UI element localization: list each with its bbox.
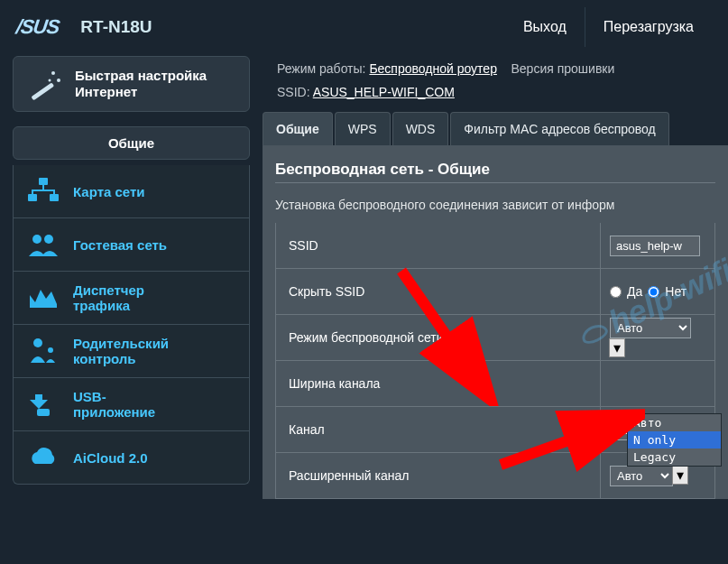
sidebar-item-label: Гостевая сеть xyxy=(73,237,167,253)
meta-row-ssid: SSID: ASUS_HELP-WIFI_COM xyxy=(263,79,728,103)
wireless-mode-select[interactable]: Авто xyxy=(610,318,691,338)
ssid-link[interactable]: ASUS_HELP-WIFI_COM xyxy=(313,85,455,99)
brand-logo: /SUS xyxy=(14,15,60,39)
dropdown-arrow-icon[interactable]: ▾ xyxy=(609,338,625,357)
quick-setup-button[interactable]: Быстрая настройка Интернет xyxy=(13,56,250,112)
logout-button[interactable]: Выход xyxy=(505,7,585,47)
tab-wds[interactable]: WDS xyxy=(392,112,449,145)
network-map-icon xyxy=(26,176,60,207)
sidebar-item-label: Родительский контроль xyxy=(73,336,169,366)
quick-setup-label: Быстрая настройка Интернет xyxy=(75,68,207,100)
svg-point-8 xyxy=(44,235,53,244)
tab-general[interactable]: Общие xyxy=(263,112,333,145)
annotation-arrow-2 xyxy=(492,397,645,478)
sidebar-item-traffic-manager[interactable]: Диспетчер трафика xyxy=(13,272,250,325)
sidebar-item-network-map[interactable]: Карта сети xyxy=(13,165,250,218)
svg-rect-0 xyxy=(31,82,54,100)
sidebar-item-guest-network[interactable]: Гостевая сеть xyxy=(13,218,250,272)
svg-point-7 xyxy=(32,235,41,244)
hide-ssid-no-label: Нет xyxy=(665,284,687,299)
hide-ssid-no-radio[interactable] xyxy=(648,286,659,298)
sidebar-item-label: Карта сети xyxy=(73,184,145,199)
svg-rect-6 xyxy=(50,194,59,201)
sidebar-item-label: AiCloud 2.0 xyxy=(73,450,148,466)
sidebar-item-usb-app[interactable]: USB- приложение xyxy=(13,378,250,431)
sidebar-item-label: Диспетчер трафика xyxy=(73,282,144,313)
traffic-icon xyxy=(26,282,60,313)
svg-point-2 xyxy=(57,79,60,82)
sidebar: Быстрая настройка Интернет Общие Карта с… xyxy=(13,56,250,499)
panel-desc: Установка беспроводного соединения завис… xyxy=(275,198,715,212)
cloud-icon xyxy=(26,442,60,473)
model-name: RT-N18U xyxy=(80,17,505,37)
hide-ssid-yes-radio[interactable] xyxy=(610,286,622,298)
sidebar-section-general: Общие xyxy=(13,126,250,160)
ssid-input[interactable] xyxy=(610,236,700,256)
sidebar-item-aicloud[interactable]: AiCloud 2.0 xyxy=(13,431,250,485)
sidebar-item-label: USB- приложение xyxy=(73,389,155,420)
tab-mac-filter[interactable]: Фильтр MAC адресов беспровод xyxy=(450,112,668,145)
hide-ssid-yes-label: Да xyxy=(627,284,642,299)
dropdown-arrow-icon[interactable]: ▾ xyxy=(672,466,688,485)
wand-icon xyxy=(26,68,64,100)
svg-rect-11 xyxy=(37,409,50,416)
mode-link[interactable]: Беспроводной роутер xyxy=(369,61,497,76)
svg-rect-5 xyxy=(28,194,37,201)
panel-title: Беспроводная сеть - Общие xyxy=(275,161,715,179)
annotation-arrow-1 xyxy=(392,262,510,406)
tab-wps[interactable]: WPS xyxy=(335,112,391,145)
svg-point-1 xyxy=(51,71,55,75)
tab-bar: Общие WPS WDS Фильтр MAC адресов беспров… xyxy=(263,112,728,146)
usb-icon xyxy=(26,389,60,420)
svg-point-3 xyxy=(49,79,51,82)
svg-rect-4 xyxy=(39,178,48,185)
guest-network-icon xyxy=(26,229,60,260)
meta-row-mode: Режим работы: Беспроводной роутер Версия… xyxy=(263,56,728,79)
header-bar: /SUS RT-N18U Выход Перезагрузка xyxy=(0,0,728,47)
reboot-button[interactable]: Перезагрузка xyxy=(585,7,712,47)
sidebar-item-parental-control[interactable]: Родительский контроль xyxy=(13,325,250,378)
svg-point-10 xyxy=(48,347,53,353)
parental-icon xyxy=(26,336,60,366)
svg-point-9 xyxy=(33,338,42,347)
